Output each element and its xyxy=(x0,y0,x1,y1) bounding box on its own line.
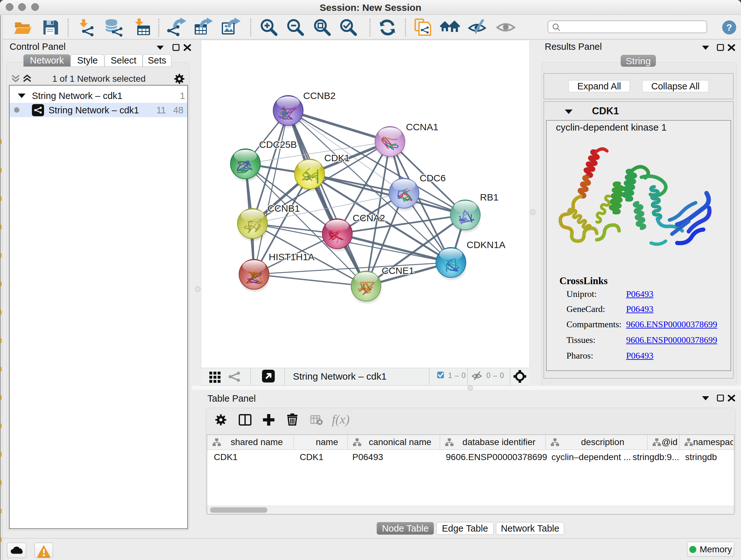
svg-text:CDKN1A: CDKN1A xyxy=(467,240,506,250)
svg-text:CCNE1: CCNE1 xyxy=(382,265,414,276)
svg-text:HIST1H1A: HIST1H1A xyxy=(269,252,314,262)
svg-text:CCNA2: CCNA2 xyxy=(353,212,385,223)
svg-text:CDC25B: CDC25B xyxy=(259,139,297,150)
svg-text:CDC6: CDC6 xyxy=(420,173,446,183)
svg-text:CCNA1: CCNA1 xyxy=(406,122,439,132)
svg-text:RB1: RB1 xyxy=(480,192,498,202)
svg-text:CCNB1: CCNB1 xyxy=(267,203,300,213)
svg-text:CDK1: CDK1 xyxy=(324,152,350,163)
svg-text:CCNB2: CCNB2 xyxy=(303,90,336,101)
